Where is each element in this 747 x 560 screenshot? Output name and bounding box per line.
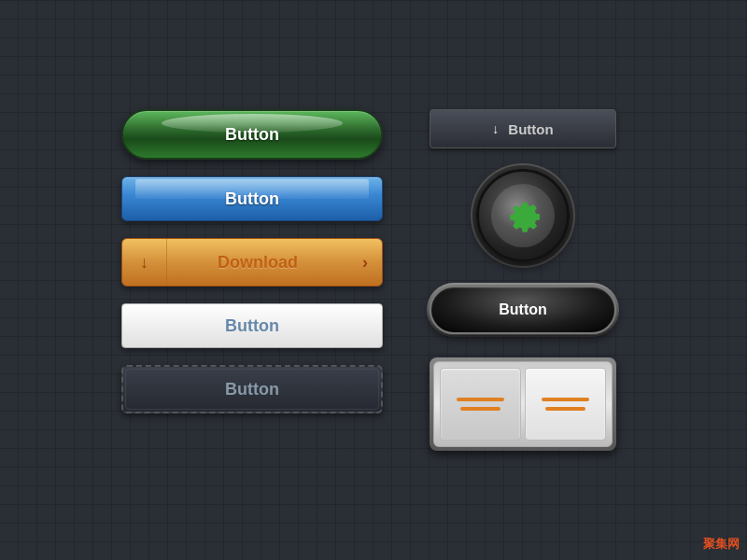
gear-icon [502,195,543,236]
toggle-line-3 [542,398,589,401]
toggle-line-1 [457,398,504,401]
toggle-segment-left[interactable] [440,368,521,441]
black-pill-button-label: Button [499,301,547,317]
dark-button[interactable]: Button [121,365,383,413]
watermark: 聚集网 [703,536,740,553]
green-button[interactable]: Button [121,109,383,160]
dark-button-label: Button [225,380,279,399]
toolbar-button-label: Button [508,121,553,137]
blue-button-label: Button [225,189,279,208]
toggle-line-2 [460,407,500,411]
download-button-label: Download [167,239,348,286]
white-button[interactable]: Button [121,303,383,348]
left-column: Button Button ↓ Download › Button Button [121,109,383,413]
main-container: Button Button ↓ Download › Button Button… [103,91,644,469]
download-button[interactable]: ↓ Download › [121,238,383,287]
gear-knob[interactable] [476,169,570,262]
green-button-label: Button [225,125,279,144]
download-chevron-icon: › [348,239,382,286]
right-column: ↓ Button Button [420,109,626,451]
blue-button[interactable]: Button [121,176,383,221]
white-button-label: Button [225,316,279,335]
gear-inner-circle [491,184,555,247]
toggle-widget [430,357,616,451]
toggle-segment-right[interactable] [525,368,606,441]
toggle-line-4 [545,407,585,411]
black-pill-outer: Button [427,283,619,337]
watermark-text: 聚集网 [703,537,740,551]
toolbar-button[interactable]: ↓ Button [430,109,616,148]
toolbar-down-arrow-icon: ↓ [492,121,499,136]
download-arrow-icon: ↓ [122,239,167,286]
black-pill-button[interactable]: Button [430,286,616,334]
toggle-inner [433,361,613,447]
